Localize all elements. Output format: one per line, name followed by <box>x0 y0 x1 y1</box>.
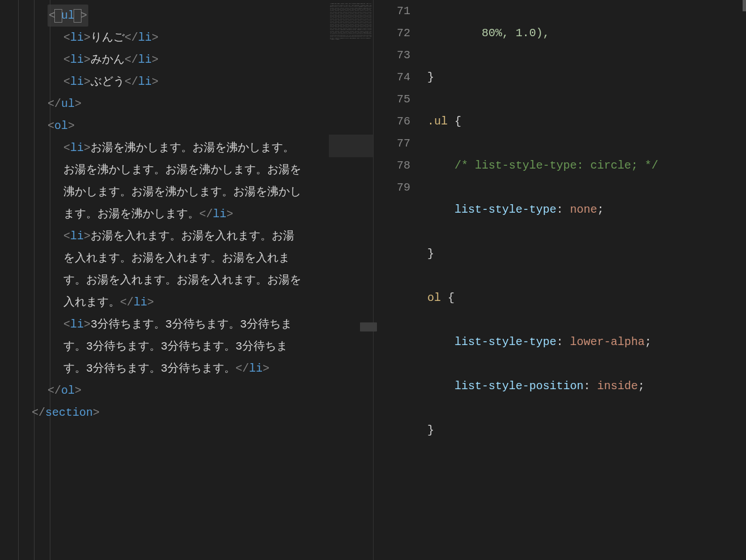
code-line[interactable]: </ul> <box>16 93 305 115</box>
list-item-text: お湯を入れます。お湯を入れます。お湯を入れます。お湯を入れます。お湯を入れます。… <box>63 230 301 309</box>
line-number: 72 <box>374 22 410 44</box>
list-item-text: みかん <box>91 53 125 66</box>
editor-pane-right[interactable]: 71 72 73 74 75 76 77 78 79 80%, 1.0), } … <box>374 0 746 560</box>
code-line[interactable]: </section> <box>16 402 305 424</box>
line-number: 79 <box>374 176 410 199</box>
scrollbar-thumb[interactable] <box>743 0 746 11</box>
css-value: none <box>570 203 597 216</box>
css-value: inside <box>597 380 638 393</box>
line-number: 76 <box>374 110 410 132</box>
tag-section-close: section <box>45 406 93 419</box>
code-content-html[interactable]: <ul> <li>りんご</li> <li>みかん</li> <li>ぶどう</… <box>0 0 373 424</box>
code-line[interactable]: <li>お湯を入れます。お湯を入れます。お湯を入れます。お湯を入れます。お湯を入… <box>16 225 305 313</box>
code-content-css[interactable]: 80%, 1.0), } .ul { /* list-style-type: c… <box>427 0 746 560</box>
line-number: 78 <box>374 154 410 176</box>
line-number-gutter: 71 72 73 74 75 76 77 78 79 <box>374 0 427 560</box>
css-property: list-style-position <box>455 380 584 393</box>
css-property: list-style-type <box>455 335 556 348</box>
code-line[interactable]: list-style-type: lower-alpha; <box>427 331 746 353</box>
code-line[interactable]: <li>ぶどう</li> <box>16 71 305 93</box>
css-selector: ol <box>427 291 441 304</box>
minimap-content: <!DOCTYPE html><html lang="ja"><head><me… <box>329 0 373 44</box>
code-line[interactable]: </ol> <box>16 380 305 402</box>
list-item-text: ぶどう <box>91 75 125 88</box>
line-number: 77 <box>374 132 410 154</box>
css-property: list-style-type <box>455 203 556 216</box>
code-line[interactable]: .ul { <box>427 110 746 132</box>
code-line[interactable]: 80%, 1.0), <box>427 22 746 44</box>
editor-pane-left[interactable]: <ul> <li>りんご</li> <li>みかん</li> <li>ぶどう</… <box>0 0 374 560</box>
code-line[interactable]: <li>お湯を沸かします。お湯を沸かします。お湯を沸かします。お湯を沸かします。… <box>16 137 305 225</box>
code-line[interactable]: list-style-type: none; <box>427 199 746 221</box>
line-number: 73 <box>374 44 410 66</box>
code-line[interactable]: } <box>427 419 746 441</box>
tag-ol-close: ol <box>61 384 75 397</box>
tag-ul-close: ul <box>61 97 75 110</box>
minimap[interactable]: <!DOCTYPE html><html lang="ja"><head><me… <box>329 0 373 560</box>
code-line[interactable]: } <box>427 66 746 88</box>
code-line[interactable]: } <box>427 243 746 265</box>
code-line[interactable]: <ol> <box>16 115 305 137</box>
code-line[interactable]: list-style-position: inside; <box>427 375 746 397</box>
css-comment: /* list-style-type: circle; */ <box>455 159 658 172</box>
code-line[interactable]: ol { <box>427 287 746 309</box>
code-line[interactable]: /* list-style-type: circle; */ <box>427 154 746 176</box>
code-line[interactable]: <li>みかん</li> <box>16 49 305 71</box>
line-number: 71 <box>374 0 410 22</box>
css-selector: .ul <box>427 115 448 128</box>
line-number: 74 <box>374 66 410 88</box>
code-line[interactable]: <li>3分待ちます。3分待ちます。3分待ちます。3分待ちます。3分待ちます。3… <box>16 313 305 380</box>
tag-ol-open: ol <box>54 119 68 132</box>
code-line[interactable]: <li>りんご</li> <box>16 27 305 49</box>
code-line[interactable]: <ul> <box>16 5 305 27</box>
list-item-text: お湯を沸かします。お湯を沸かします。お湯を沸かします。お湯を沸かします。お湯を沸… <box>63 141 301 221</box>
list-item-text: りんご <box>91 31 125 44</box>
line-number: 75 <box>374 88 410 110</box>
tag-ul-open: ul <box>61 9 75 22</box>
minimap-viewport[interactable] <box>329 135 373 157</box>
css-value: lower-alpha <box>570 335 645 348</box>
